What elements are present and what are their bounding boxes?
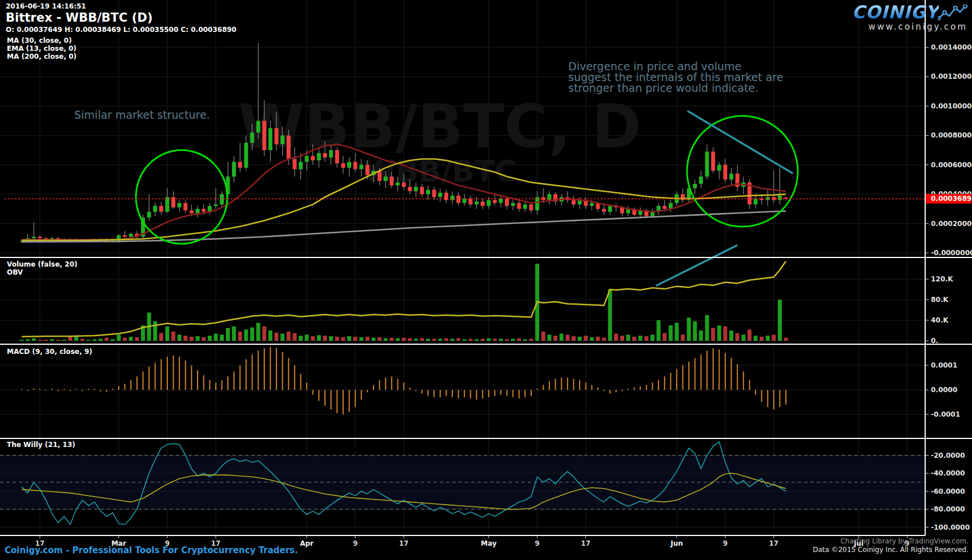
svg-text:17: 17 bbox=[399, 539, 409, 547]
willy-pane-legend: The Willy (21, 13) bbox=[7, 441, 75, 449]
svg-text:WBB/BTC, D: WBB/BTC, D bbox=[238, 92, 642, 162]
coinigy-website-link[interactable]: www.coinigy.com bbox=[868, 22, 967, 32]
ohlc-readout: O: 0.00037649 H: 0.00038469 L: 0.0003550… bbox=[6, 26, 236, 34]
annotation-similar-structure[interactable]: Similar market structure. bbox=[74, 110, 210, 120]
svg-text:0.: 0. bbox=[931, 337, 938, 345]
svg-text:0.00080000: 0.00080000 bbox=[931, 131, 972, 139]
svg-text:May: May bbox=[481, 539, 497, 547]
legend-volume[interactable]: Volume (false, 20) bbox=[7, 260, 77, 268]
chart-timestamp: 2016-06-19 14:16:51 bbox=[6, 2, 86, 10]
layer-wm: WBB/BTC, DWBB/BTC bbox=[238, 92, 642, 188]
svg-text:-20.0000: -20.0000 bbox=[931, 452, 965, 460]
svg-text:9: 9 bbox=[723, 539, 728, 547]
svg-text:17: 17 bbox=[769, 539, 779, 547]
footer-copyright: Data ©2015 Coinigy Inc. All Rights Reser… bbox=[813, 546, 969, 554]
footer-tradingview-credit: Charting Library by TradingView.com. bbox=[841, 537, 969, 545]
svg-text:0.00060000: 0.00060000 bbox=[931, 161, 972, 169]
svg-text:40.K: 40.K bbox=[931, 316, 949, 324]
coinigy-logo: COINIGY bbox=[852, 2, 939, 22]
svg-text:120.K: 120.K bbox=[931, 275, 954, 283]
chart-window: WBB/BTC, DWBB/BTC0.001400000.001200000.0… bbox=[0, 0, 972, 560]
svg-text:9: 9 bbox=[353, 539, 358, 547]
macd-pane-legend: MACD (9, 30, close, 9) bbox=[7, 348, 93, 356]
svg-text:-80.0000: -80.0000 bbox=[931, 505, 965, 513]
svg-text:0.00036890: 0.00036890 bbox=[931, 195, 972, 203]
annotation-divergence[interactable]: Divergence in price and volume suggest t… bbox=[568, 61, 783, 94]
footer-tagline[interactable]: Coinigy.com - Professional Tools For Cry… bbox=[5, 545, 298, 555]
svg-text:Apr: Apr bbox=[300, 539, 314, 547]
legend-macd[interactable]: MACD (9, 30, close, 9) bbox=[7, 348, 93, 356]
legend-ma200[interactable]: MA (200, close, 0) bbox=[7, 53, 77, 61]
legend-ma30[interactable]: MA (30, close, 0) bbox=[7, 37, 77, 45]
price-indicator-legend: MA (30, close, 0) EMA (13, close, 0) MA … bbox=[7, 37, 77, 61]
page-title: Bittrex - WBB/BTC (D) bbox=[6, 11, 152, 25]
legend-obv[interactable]: OBV bbox=[7, 268, 77, 276]
coinigy-chart-icon bbox=[938, 5, 967, 22]
volume-pane-legend: Volume (false, 20) OBV bbox=[7, 260, 77, 276]
svg-text:Jun: Jun bbox=[670, 539, 683, 547]
svg-text:0.00120000: 0.00120000 bbox=[931, 72, 972, 80]
svg-text:9: 9 bbox=[535, 539, 540, 547]
trading-chart-canvas[interactable]: WBB/BTC, DWBB/BTC0.001400000.001200000.0… bbox=[0, 0, 972, 560]
svg-text:-60.0000: -60.0000 bbox=[931, 488, 965, 495]
svg-text:0.0000: 0.0000 bbox=[931, 386, 957, 394]
legend-willy[interactable]: The Willy (21, 13) bbox=[7, 441, 75, 449]
svg-text:-0.0001: -0.0001 bbox=[931, 410, 960, 418]
svg-text:0.00140000: 0.00140000 bbox=[931, 43, 972, 51]
annotation-divergence-line3: stronger than price would indicate. bbox=[568, 83, 783, 94]
svg-text:0.00020000: 0.00020000 bbox=[931, 220, 972, 228]
layer-willy bbox=[0, 442, 925, 527]
svg-text:-40.0000: -40.0000 bbox=[931, 469, 965, 477]
svg-text:0.00100000: 0.00100000 bbox=[931, 102, 972, 110]
svg-text:80.K: 80.K bbox=[931, 296, 949, 304]
svg-text:-0.00000000: -0.00000000 bbox=[931, 249, 972, 257]
svg-text:-100.0000: -100.0000 bbox=[931, 523, 970, 531]
svg-text:0.0001: 0.0001 bbox=[931, 361, 957, 369]
legend-ema13[interactable]: EMA (13, close, 0) bbox=[7, 45, 77, 53]
svg-text:17: 17 bbox=[581, 539, 591, 547]
